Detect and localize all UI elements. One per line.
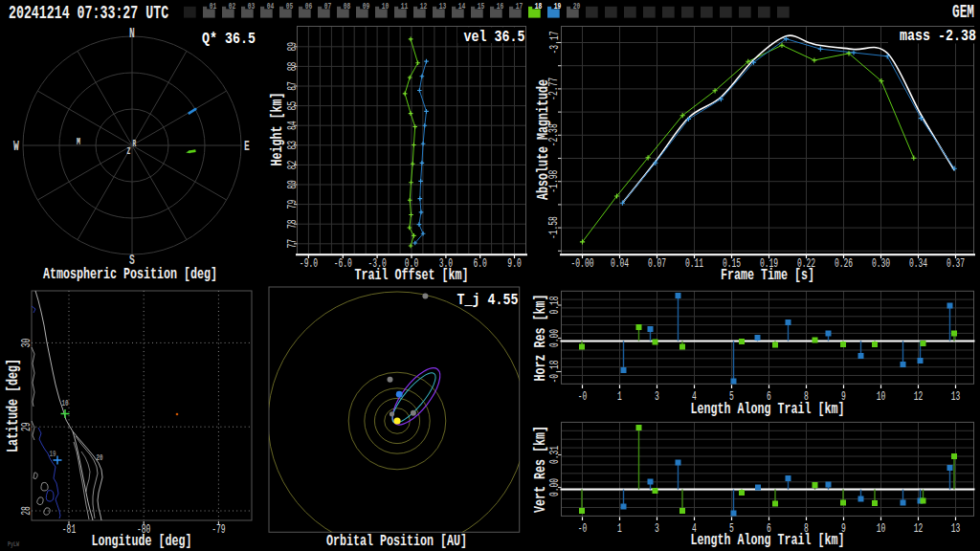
svg-text:0.37: 0.37 (947, 257, 965, 271)
svg-text:05: 05 (286, 1, 294, 11)
svg-text:12: 12 (914, 522, 924, 536)
svg-text:Atmospheric Position [deg]: Atmospheric Position [deg] (43, 266, 217, 283)
svg-text:10: 10 (877, 522, 886, 536)
svg-text:13: 13 (951, 522, 961, 536)
svg-text:0.00: 0.00 (548, 329, 562, 347)
svg-text:-81: -81 (62, 523, 76, 537)
svg-text:PyLW: PyLW (8, 540, 19, 548)
svg-text:79: 79 (286, 200, 300, 209)
svg-text:1: 1 (617, 390, 622, 404)
svg-text:88: 88 (286, 62, 300, 72)
svg-text:15: 15 (478, 1, 485, 11)
svg-text:Longitude [deg]: Longitude [deg] (91, 533, 191, 550)
svg-text:0.34: 0.34 (909, 257, 927, 271)
svg-text:11: 11 (401, 1, 409, 11)
svg-text:M: M (77, 136, 80, 147)
svg-text:Length Along Trail [km]: Length Along Trail [km] (690, 532, 844, 549)
svg-text:83: 83 (286, 141, 300, 150)
svg-text:Absolute Magnitude: Absolute Magnitude (535, 79, 552, 200)
svg-text:20: 20 (96, 453, 102, 463)
svg-text:Vert Res [km]: Vert Res [km] (532, 426, 549, 513)
svg-text:0.30: 0.30 (872, 257, 890, 271)
svg-text:mass -2.38: mass -2.38 (900, 28, 976, 45)
svg-text:1: 1 (617, 522, 622, 536)
svg-text:Orbital Position [AU]: Orbital Position [AU] (326, 533, 467, 550)
svg-text:0.11: 0.11 (685, 257, 703, 271)
svg-text:Trail Offset [km]: Trail Offset [km] (354, 267, 468, 284)
svg-text:06: 06 (305, 1, 313, 11)
svg-text:85: 85 (286, 101, 300, 111)
svg-text:Height [km]: Height [km] (269, 92, 286, 165)
svg-text:9.0: 9.0 (507, 257, 521, 271)
svg-text:-0: -0 (578, 390, 588, 404)
svg-text:0.18: 0.18 (548, 296, 562, 314)
svg-text:3: 3 (655, 522, 659, 536)
svg-text:19: 19 (554, 1, 562, 11)
svg-text:E: E (244, 139, 250, 155)
svg-text:08: 08 (344, 1, 351, 11)
svg-text:19: 19 (49, 450, 56, 459)
svg-text:0.26: 0.26 (835, 257, 853, 271)
svg-text:10: 10 (61, 399, 68, 408)
svg-text:-0.18: -0.18 (548, 361, 562, 384)
svg-text:16: 16 (497, 1, 504, 11)
svg-text:14: 14 (458, 1, 466, 11)
svg-text:Z: Z (127, 146, 131, 157)
svg-text:0.04: 0.04 (611, 257, 629, 271)
svg-text:28: 28 (20, 506, 33, 516)
svg-text:Frame Time [s]: Frame Time [s] (721, 267, 814, 284)
svg-text:-0: -0 (578, 522, 588, 536)
svg-text:Latitude [deg]: Latitude [deg] (5, 359, 22, 452)
svg-text:Q* 36.5: Q* 36.5 (202, 31, 256, 48)
svg-text:6.0: 6.0 (474, 257, 487, 271)
svg-text:T_j 4.55: T_j 4.55 (457, 292, 519, 309)
svg-text:03: 03 (248, 1, 256, 11)
svg-text:18: 18 (535, 1, 543, 11)
svg-text:82: 82 (286, 161, 300, 170)
svg-text:02: 02 (229, 1, 236, 11)
svg-text:0.07: 0.07 (648, 257, 666, 271)
svg-text:20241214 07:33:27 UTC: 20241214 07:33:27 UTC (9, 2, 168, 24)
svg-text:13: 13 (439, 1, 447, 11)
svg-text:3: 3 (655, 390, 659, 404)
svg-text:10: 10 (877, 390, 886, 404)
svg-text:12: 12 (914, 390, 924, 404)
svg-text:R: R (133, 139, 137, 149)
svg-text:09: 09 (363, 1, 370, 11)
svg-text:07: 07 (324, 1, 332, 11)
svg-text:04: 04 (267, 1, 275, 11)
svg-text:0.31: 0.31 (548, 446, 562, 464)
svg-text:87: 87 (286, 81, 300, 91)
svg-text:89: 89 (286, 42, 300, 52)
svg-text:Horz Res [km]: Horz Res [km] (532, 294, 549, 381)
svg-text:vel 36.5: vel 36.5 (464, 29, 525, 46)
svg-text:-79: -79 (212, 523, 225, 537)
svg-text:80: 80 (286, 180, 300, 189)
svg-text:13: 13 (951, 390, 961, 404)
svg-text:10: 10 (382, 1, 390, 11)
svg-text:84: 84 (286, 121, 300, 130)
svg-text:W: W (13, 139, 19, 155)
svg-text:-9.0: -9.0 (300, 257, 318, 271)
svg-text:01: 01 (210, 1, 217, 11)
svg-text:Length Along Trail [km]: Length Along Trail [km] (690, 401, 844, 418)
svg-text:-0.00: -0.00 (571, 257, 594, 271)
svg-text:12: 12 (420, 1, 428, 11)
svg-text:0.00: 0.00 (548, 478, 562, 496)
svg-text:77: 77 (286, 239, 300, 249)
svg-text:-6.0: -6.0 (334, 257, 352, 271)
svg-text:N: N (129, 26, 135, 42)
svg-text:17: 17 (516, 1, 523, 11)
svg-text:29: 29 (20, 422, 33, 431)
svg-text:20: 20 (573, 1, 581, 11)
svg-text:30: 30 (20, 339, 33, 348)
svg-text:78: 78 (286, 219, 300, 229)
svg-text:GEM: GEM (952, 1, 974, 23)
